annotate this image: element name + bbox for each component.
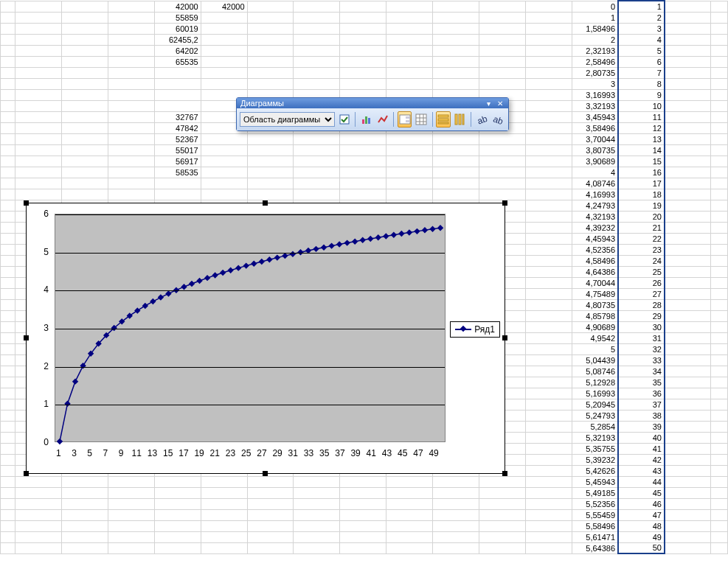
cell[interactable]	[108, 45, 154, 56]
cell[interactable]	[1, 178, 15, 189]
cell[interactable]	[247, 189, 294, 200]
cell[interactable]	[201, 67, 247, 78]
cell[interactable]	[525, 34, 572, 45]
cell[interactable]	[1, 266, 15, 277]
cell[interactable]	[711, 454, 728, 465]
cell[interactable]	[15, 100, 62, 111]
cell[interactable]	[15, 487, 62, 498]
cell[interactable]	[294, 487, 340, 498]
cell[interactable]	[525, 144, 572, 156]
cell[interactable]: 5,58496	[572, 520, 618, 531]
cell[interactable]	[201, 12, 247, 23]
cell[interactable]	[62, 144, 108, 156]
cell[interactable]	[340, 520, 386, 531]
cell[interactable]	[665, 244, 711, 255]
cell[interactable]	[1, 56, 15, 67]
cell[interactable]: 5,39232	[572, 454, 618, 465]
cell[interactable]	[433, 531, 479, 542]
cell[interactable]: 5,64386	[572, 542, 618, 553]
cell[interactable]	[1, 432, 15, 443]
cell[interactable]: 4,75489	[572, 288, 618, 299]
cell[interactable]	[386, 520, 433, 531]
cell[interactable]	[1, 45, 15, 56]
cell[interactable]	[711, 144, 728, 156]
cell[interactable]: 45	[618, 487, 665, 498]
cell[interactable]	[247, 498, 294, 509]
cell[interactable]	[433, 178, 479, 189]
resize-handle[interactable]	[502, 471, 507, 476]
cell[interactable]: 1,58496	[572, 23, 618, 34]
cell[interactable]	[525, 343, 572, 354]
cell[interactable]	[1, 332, 15, 343]
cell[interactable]	[1, 233, 15, 244]
cell[interactable]	[525, 23, 572, 34]
cell[interactable]	[665, 476, 711, 487]
cell[interactable]	[294, 144, 340, 156]
cell[interactable]	[665, 443, 711, 454]
cell[interactable]	[386, 487, 433, 498]
cell[interactable]	[62, 122, 108, 133]
cell[interactable]: 4,90689	[572, 321, 618, 332]
cell[interactable]	[711, 310, 728, 321]
cell[interactable]: 5,52356	[572, 498, 618, 509]
cell[interactable]	[711, 23, 728, 34]
cell[interactable]: 2,32193	[572, 45, 618, 56]
cell[interactable]	[294, 167, 340, 178]
cell[interactable]: 4	[618, 34, 665, 45]
cell[interactable]	[108, 531, 154, 542]
cell[interactable]	[711, 321, 728, 332]
cell[interactable]	[711, 299, 728, 310]
cell[interactable]	[201, 167, 247, 178]
cell[interactable]	[665, 122, 711, 133]
cell[interactable]: 8	[618, 78, 665, 89]
cell[interactable]: 3,70044	[572, 133, 618, 144]
cell[interactable]	[15, 498, 62, 509]
cell[interactable]	[247, 133, 294, 144]
angle-text-alt-button[interactable]: ab	[491, 111, 505, 127]
cell[interactable]	[1, 111, 15, 122]
cell[interactable]	[525, 111, 572, 122]
cell[interactable]	[154, 100, 201, 111]
cell[interactable]	[711, 520, 728, 531]
cell[interactable]	[479, 542, 525, 553]
cell[interactable]	[665, 56, 711, 67]
cell[interactable]	[15, 167, 62, 178]
cell[interactable]	[15, 45, 62, 56]
cell[interactable]	[711, 100, 728, 111]
resize-handle[interactable]	[502, 200, 507, 206]
cell[interactable]: 21	[618, 222, 665, 233]
cell[interactable]	[665, 67, 711, 78]
resize-handle[interactable]	[263, 200, 268, 206]
cell[interactable]: 4,70044	[572, 277, 618, 288]
cell[interactable]	[386, 78, 433, 89]
cell[interactable]	[711, 476, 728, 487]
cell[interactable]: 1	[572, 12, 618, 23]
cell[interactable]: 5,16993	[572, 388, 618, 399]
cell[interactable]	[1, 377, 15, 388]
cell[interactable]	[294, 1, 340, 12]
cell[interactable]	[247, 144, 294, 156]
by-columns-button[interactable]	[453, 111, 467, 127]
resize-handle[interactable]	[24, 200, 29, 206]
cell[interactable]	[525, 310, 572, 321]
cell[interactable]	[201, 178, 247, 189]
cell[interactable]	[525, 266, 572, 277]
cell[interactable]: 47	[618, 509, 665, 520]
cell[interactable]	[340, 144, 386, 156]
cell[interactable]	[433, 509, 479, 520]
cell[interactable]	[665, 34, 711, 45]
cell[interactable]	[154, 542, 201, 553]
cell[interactable]	[62, 498, 108, 509]
cell[interactable]	[665, 233, 711, 244]
cell[interactable]	[154, 498, 201, 509]
cell[interactable]	[247, 78, 294, 89]
cell[interactable]	[1, 421, 15, 432]
cell[interactable]	[15, 34, 62, 45]
cell[interactable]: 1	[618, 1, 665, 12]
cell[interactable]	[294, 531, 340, 542]
chart-toolbar[interactable]: Диаграммы ▾ ✕ Область диаграммы	[236, 97, 509, 131]
cell[interactable]	[294, 45, 340, 56]
cell[interactable]: 14	[618, 144, 665, 156]
cell[interactable]	[62, 178, 108, 189]
cell[interactable]	[433, 45, 479, 56]
